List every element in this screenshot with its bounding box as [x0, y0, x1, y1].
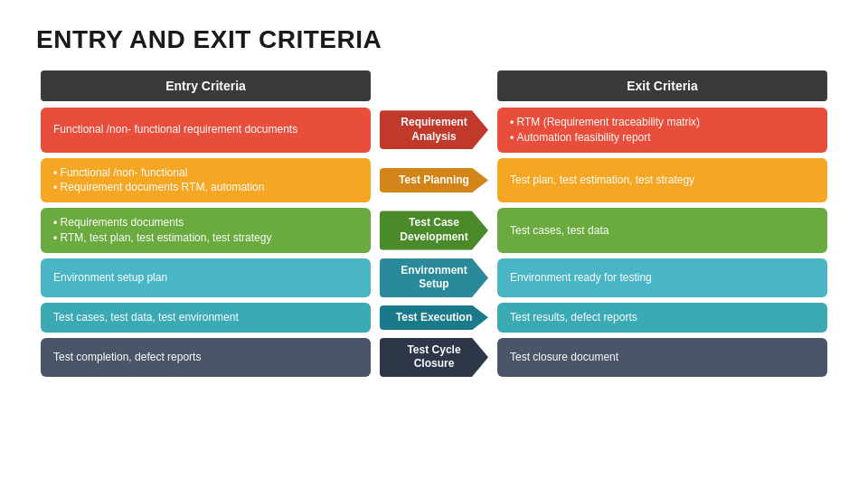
- criteria-rows: Functional /non- functional requirement …: [36, 105, 832, 380]
- right-header-cell: Exit Criteria: [493, 70, 832, 101]
- center-box-row-2: Test Case Development: [380, 211, 488, 249]
- right-cell-row-3: Environment ready for testing: [493, 256, 832, 300]
- list-item: Requirements documents: [53, 215, 271, 230]
- left-cell-row-1: Functional /non- functionalRequirement d…: [36, 155, 375, 206]
- center-cell-row-3: Environment Setup: [375, 256, 493, 300]
- center-cell-row-5: Test Cycle Closure: [375, 335, 493, 380]
- center-box-row-0: Requirement Analysis: [380, 110, 488, 149]
- left-cell-row-2: Requirements documentsRTM, test plan, te…: [36, 205, 375, 256]
- left-box-row-5: Test completion, defect reports: [41, 338, 371, 377]
- right-box-row-0: RTM (Requirement traceability matrix)Aut…: [497, 108, 827, 153]
- left-box-row-1: Functional /non- functionalRequirement d…: [41, 158, 371, 203]
- center-cell-row-0: Requirement Analysis: [375, 105, 493, 155]
- right-cell-row-1: Test plan, test estimation, test strateg…: [493, 155, 832, 206]
- right-cell-row-2: Test cases, test data: [493, 205, 832, 256]
- left-box-row-0: Functional /non- functional requirement …: [41, 108, 371, 153]
- column-headers: Entry Criteria Exit Criteria: [36, 70, 832, 101]
- center-cell-row-4: Test Execution: [375, 300, 493, 335]
- list-item: Functional /non- functional: [53, 165, 264, 181]
- center-box-row-5: Test Cycle Closure: [380, 338, 488, 377]
- list-item: Requirement documents RTM, automation: [53, 180, 264, 195]
- left-box-row-2: Requirements documentsRTM, test plan, te…: [41, 208, 371, 253]
- center-box-row-3: Environment Setup: [380, 258, 488, 297]
- list-item: RTM, test plan, test estimation, test st…: [53, 230, 271, 246]
- right-box-row-1: Test plan, test estimation, test strateg…: [497, 158, 827, 203]
- slide: ENTRY AND EXIT CRITERIA Entry Criteria E…: [0, 0, 868, 488]
- left-header-cell: Entry Criteria: [36, 70, 375, 101]
- left-box-row-3: Environment setup plan: [41, 258, 371, 297]
- right-cell-row-0: RTM (Requirement traceability matrix)Aut…: [493, 105, 832, 155]
- center-cell-row-1: Test Planning: [375, 155, 493, 206]
- left-cell-row-4: Test cases, test data, test environment: [36, 300, 375, 335]
- left-cell-row-5: Test completion, defect reports: [36, 335, 375, 380]
- center-header-spacer: [375, 70, 493, 101]
- right-cell-row-5: Test closure document: [493, 335, 832, 380]
- center-box-row-4: Test Execution: [380, 305, 488, 331]
- right-box-row-4: Test results, defect reports: [497, 303, 827, 333]
- left-cell-row-0: Functional /non- functional requirement …: [36, 105, 375, 155]
- entry-criteria-header: Entry Criteria: [41, 70, 371, 101]
- right-box-row-5: Test closure document: [497, 338, 827, 377]
- left-cell-row-3: Environment setup plan: [36, 256, 375, 300]
- list-item: Automation feasibility report: [510, 130, 700, 145]
- page-title: ENTRY AND EXIT CRITERIA: [36, 25, 832, 54]
- center-cell-row-2: Test Case Development: [375, 205, 493, 256]
- left-box-row-4: Test cases, test data, test environment: [41, 303, 371, 333]
- exit-criteria-header: Exit Criteria: [497, 70, 827, 101]
- right-box-row-2: Test cases, test data: [497, 208, 827, 253]
- list-item: RTM (Requirement traceability matrix): [510, 115, 700, 130]
- right-box-row-3: Environment ready for testing: [497, 258, 827, 297]
- center-box-row-1: Test Planning: [380, 168, 488, 193]
- right-cell-row-4: Test results, defect reports: [493, 300, 832, 335]
